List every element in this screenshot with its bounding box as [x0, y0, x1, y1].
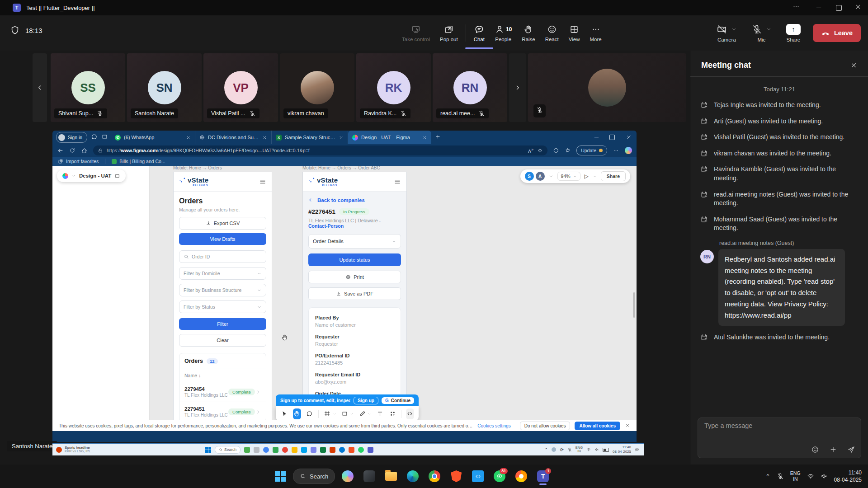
orders-col-header[interactable]: Name ↓ — [179, 369, 266, 382]
shared-clock[interactable]: 11:4008-04-2025 — [613, 445, 631, 454]
spotlight-tile[interactable] — [528, 53, 686, 122]
whatsapp-icon[interactable]: 81 — [491, 467, 509, 485]
send-icon[interactable] — [847, 446, 855, 454]
shared-search-box[interactable]: Search — [215, 446, 241, 454]
shared-taskbar-app-icon[interactable] — [244, 447, 250, 453]
frame-tool-icon[interactable] — [323, 408, 331, 419]
browser-tab[interactable]: DC Divisions and Surroundings — [195, 131, 272, 144]
camera-button[interactable]: Camera — [712, 17, 742, 49]
tray-chevron-icon[interactable]: ⌃ — [765, 473, 770, 480]
shared-taskbar-app-icon[interactable] — [339, 447, 345, 453]
cookie-settings-link[interactable]: Cookies settings — [477, 423, 510, 428]
hamburger-icon[interactable] — [394, 178, 401, 185]
back-icon[interactable] — [57, 147, 64, 154]
browser-essentials-icon[interactable] — [553, 147, 559, 154]
bookmark-bills[interactable]: Bills | Billing and Co... — [112, 159, 165, 164]
view-button[interactable]: View — [564, 17, 585, 49]
shared-taskbar-app-icon[interactable] — [330, 447, 335, 453]
shared-taskbar-app-icon[interactable] — [263, 447, 269, 453]
text-tool-icon[interactable] — [376, 408, 384, 419]
titlebar-more-icon[interactable] — [792, 3, 800, 13]
back-to-companies-link[interactable]: Back to companies — [308, 197, 401, 203]
participant-tile[interactable]: RN read.ai mee... — [433, 53, 507, 122]
browser-menu-icon[interactable] — [613, 147, 619, 154]
chevron-down-icon[interactable] — [71, 174, 76, 178]
favorite-star-icon[interactable] — [537, 148, 543, 154]
favorites-bar-icon[interactable] — [565, 147, 571, 154]
order-details-select[interactable]: Order Details — [308, 234, 401, 249]
canvas-scrollbar[interactable] — [633, 292, 635, 318]
chevron-down-icon[interactable] — [368, 412, 371, 416]
tray-mic-icon[interactable] — [777, 473, 784, 480]
mic-button[interactable]: Mic — [746, 17, 777, 49]
filter-status-select[interactable]: Filter by Status — [179, 300, 266, 313]
browser-close-button[interactable] — [626, 134, 632, 141]
present-icon[interactable]: ▷ — [585, 173, 589, 179]
start-button[interactable] — [271, 467, 289, 485]
filter-button[interactable]: Filter — [179, 318, 266, 330]
deny-cookies-button[interactable]: Do not allow cookies — [520, 422, 571, 430]
shared-taskbar-app-icon[interactable] — [282, 447, 288, 453]
shared-taskbar-app-icon[interactable] — [320, 447, 326, 453]
chevron-down-icon[interactable] — [333, 412, 336, 416]
tray-mic-icon[interactable] — [567, 447, 572, 452]
tiles-scroll-right-button[interactable] — [509, 53, 526, 122]
people-button[interactable]: 10 People — [490, 17, 517, 49]
collaborator-avatar[interactable]: A — [536, 172, 545, 181]
chat-input-box[interactable] — [698, 418, 861, 458]
figma-sign-up-button[interactable]: Sign up — [354, 397, 378, 404]
chevron-down-icon[interactable] — [549, 174, 553, 178]
camera-chevron-icon[interactable] — [731, 26, 737, 32]
order-row[interactable]: 2279451 TL Flex Holdings LLC Complete — [179, 402, 266, 422]
more-button[interactable]: More — [585, 17, 607, 49]
wifi-icon[interactable] — [586, 447, 591, 452]
participant-tile[interactable]: VP Vishal Patil ... — [203, 53, 278, 122]
shared-taskbar-app-icon[interactable] — [292, 447, 297, 453]
copilot-icon[interactable] — [339, 467, 357, 485]
browser-icon[interactable] — [512, 467, 530, 485]
vertical-tabs-icon[interactable] — [101, 133, 108, 142]
notification-icon[interactable] — [635, 447, 639, 452]
figma-file-pill[interactable]: Design - UAT — [57, 169, 126, 182]
update-status-button[interactable]: Update status — [308, 253, 401, 266]
tab-close-icon[interactable] — [339, 135, 344, 140]
hand-tool-icon[interactable] — [293, 408, 301, 419]
raise-button[interactable]: Raise — [517, 17, 540, 49]
refresh-icon[interactable] — [69, 147, 75, 154]
figma-frame-order-detail[interactable]: vState FILINGS Back to companies #227645… — [302, 172, 407, 431]
browser-maximize-button[interactable] — [609, 135, 615, 140]
browser-tab[interactable]: X Sample Salary Structure with calc — [272, 131, 348, 144]
taskbar-search-box[interactable]: Search — [293, 469, 335, 484]
cookie-close-icon[interactable] — [625, 423, 630, 428]
taskbar-clock[interactable]: 11:40 08-04-2025 — [834, 469, 862, 483]
allow-cookies-button[interactable]: Allow all cookies — [575, 422, 620, 430]
tiles-scroll-left-button[interactable] — [33, 53, 47, 122]
shared-taskbar-app-icon[interactable] — [349, 447, 354, 453]
mic-chevron-icon[interactable] — [766, 26, 772, 32]
browser-minimize-button[interactable]: ─ — [594, 134, 599, 141]
chevron-down-icon[interactable] — [593, 174, 597, 178]
brave-icon[interactable] — [447, 467, 465, 485]
google-continue-button[interactable]: G Continue — [382, 397, 414, 404]
participant-tile[interactable]: SN Santosh Narate — [127, 53, 202, 122]
shared-taskbar-app-icon[interactable] — [254, 447, 259, 453]
pop-out-button[interactable]: Pop out — [435, 17, 463, 49]
close-button[interactable] — [854, 3, 862, 12]
copilot-icon[interactable] — [625, 147, 632, 154]
chat-message-bubble[interactable]: Redberyl and Santosh added read.ai meeti… — [718, 249, 845, 326]
clear-button[interactable]: Clear — [179, 334, 266, 347]
actions-tool-icon[interactable] — [388, 408, 396, 419]
language-indicator[interactable]: ENGIN — [790, 470, 801, 482]
print-button[interactable]: Print — [308, 271, 401, 283]
order-row[interactable]: 2279454 TL Flex Holdings LLC Complete — [179, 382, 266, 402]
file-explorer-icon[interactable] — [382, 467, 400, 485]
vscode-icon[interactable] — [469, 467, 487, 485]
shared-language-indicator[interactable]: ENGIN — [576, 446, 583, 454]
chat-close-icon[interactable] — [850, 61, 858, 69]
attach-plus-icon[interactable] — [829, 446, 837, 454]
shared-tray-chevron-icon[interactable]: ⌃ — [544, 447, 548, 452]
leave-button[interactable]: Leave — [813, 24, 861, 42]
tab-close-icon[interactable] — [262, 135, 267, 140]
edge-icon[interactable] — [404, 467, 422, 485]
layout-panel-icon[interactable] — [114, 173, 120, 179]
